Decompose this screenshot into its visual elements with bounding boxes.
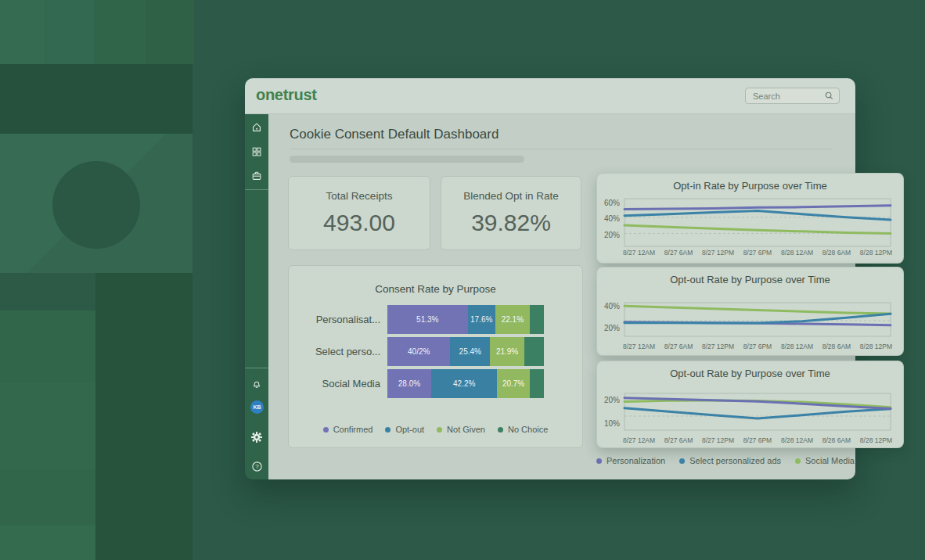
legend-dot [437,427,442,433]
bar-segment-no-choice [530,369,544,398]
help-icon: ? [251,461,263,472]
bar-segment-value: 40/2% [408,347,430,356]
line-charts-legend: PersonalizationSelect personalized adsSo… [596,456,855,465]
bar-row-label: Select perso... [301,346,387,357]
legend-label: No Choice [508,425,548,434]
bell-icon [251,379,262,389]
sidebar: KB ? [245,114,268,479]
x-axis-labels: 8/27 12AM8/27 6AM8/27 12PM8/27 6PM8/28 1… [623,249,892,257]
legend-item: No Choice [498,425,548,434]
bg-tile [0,273,95,311]
onetrust-logo: onetrust [256,86,317,104]
x-tick-label: 8/28 12AM [781,343,813,350]
legend-label: Select personalized ads [689,456,781,465]
sidebar-item-notifications[interactable] [245,378,268,390]
bar-segment-no-choice [524,337,544,366]
bar-segment-value: 17.6% [470,315,492,324]
bar-segment-confirmed: 51.3% [387,305,468,334]
sidebar-item-home[interactable] [245,121,268,134]
bar-row-label: Personalisat... [301,314,387,325]
legend-item: Social Media [795,456,855,465]
kpi-label: Blended Opt in Rate [441,190,581,202]
kpi-label: Total Receipts [289,190,430,202]
x-tick-label: 8/27 12AM [623,436,655,444]
sidebar-divider [245,189,268,190]
legend-label: Personalization [606,456,665,465]
sidebar-item-projects[interactable] [245,170,268,182]
bar-row: Personalisat...51.3%17.6%22.1% [301,305,571,334]
legend-label: Social Media [805,456,855,465]
series-line-select-personalized-ads [624,408,891,418]
bg-tile [95,273,193,560]
svg-text:20%: 20% [604,231,620,239]
search-input[interactable] [751,91,820,102]
legend-item: Select personalized ads [679,456,781,465]
bar-segment-opt-out: 17.6% [468,305,495,334]
series-line-social-media [624,306,891,314]
opt-in-rate-chart-card: Opt-in Rate by Purpose over Time 60%40%2… [596,173,904,264]
x-tick-label: 8/28 12AM [781,249,813,257]
x-tick-label: 8/27 6AM [664,249,693,257]
page-title: Cookie Consent Default Dashboard [290,127,498,142]
x-tick-label: 8/28 12PM [860,436,892,444]
legend-dot [498,427,503,433]
sidebar-item-dashboards[interactable] [245,145,268,158]
legend-item: Personalization [596,456,665,465]
opt-out-rate-chart-card-2: Opt-out Rate by Purpose over Time 20%10%… [596,361,904,448]
x-tick-label: 8/28 12PM [860,343,892,350]
bar-segment-opt-out: 25.4% [450,337,490,366]
bar-track: 40/2%25.4%21.9% [387,337,544,366]
legend-dot [596,458,602,464]
svg-text:40%: 40% [604,302,620,311]
series-line-social-media [624,225,891,233]
x-tick-label: 8/28 12AM [781,436,813,444]
legend-dot [679,458,685,464]
kpi-value: 493.00 [289,210,430,236]
x-tick-label: 8/27 12AM [623,249,655,257]
bar-segment-opt-out: 42.2% [431,369,497,398]
consent-chart-legend: ConfirmedOpt-outNot GivenNo Choice [289,425,582,434]
bar-segment-not-given: 21.9% [490,337,524,366]
series-line-personalization [624,398,891,409]
title-divider [290,149,832,149]
grid-icon [251,146,262,157]
consent-rate-by-purpose-card: Consent Rate by Purpose Personalisat...5… [288,265,583,448]
svg-text:60%: 60% [604,199,620,207]
sidebar-divider [245,368,268,368]
bar-segment-value: 25.4% [459,347,481,356]
bar-segment-confirmed: 40/2% [387,337,450,366]
legend-item: Confirmed [323,425,373,434]
bar-row: Social Media28.0%42.2%20.7% [301,369,571,398]
gear-icon [250,431,263,443]
search-icon [825,92,833,100]
search-box[interactable] [745,88,840,104]
chart-title: Consent Rate by Purpose [289,283,582,295]
svg-text:20%: 20% [604,324,620,332]
bg-tile [0,64,193,134]
sidebar-item-help[interactable]: ? [245,460,268,472]
bg-tile [94,0,146,64]
x-tick-label: 8/28 6AM [822,249,851,257]
x-tick-label: 8/27 6PM [743,436,772,444]
sidebar-item-settings[interactable] [245,431,268,443]
x-tick-label: 8/27 6PM [743,343,772,350]
user-avatar[interactable]: KB [250,400,264,414]
bar-segment-value: 21.9% [496,347,518,356]
legend-label: Not Given [447,425,485,434]
x-tick-label: 8/27 12PM [702,249,734,257]
bar-track: 51.3%17.6%22.1% [387,305,544,334]
legend-label: Confirmed [333,425,373,434]
screen: { "header": { "logo": "onetrust", "searc… [0,0,925,560]
bar-segment-value: 20.7% [502,379,524,388]
stacked-bar-chart: Personalisat...51.3%17.6%22.1%Select per… [301,305,571,401]
chart-title: Opt-in Rate by Purpose over Time [597,180,903,192]
kpi-value: 39.82% [441,210,581,236]
bar-segment-no-choice [530,305,544,334]
bar-row: Select perso...40/2%25.4%21.9% [301,337,571,366]
legend-item: Opt-out [385,425,424,434]
bg-tile [0,382,95,469]
bar-row-label: Social Media [301,378,387,389]
bar-track: 28.0%42.2%20.7% [387,369,544,398]
chart-title: Opt-out Rate by Purpose over Time [597,274,903,285]
home-icon [251,122,262,133]
